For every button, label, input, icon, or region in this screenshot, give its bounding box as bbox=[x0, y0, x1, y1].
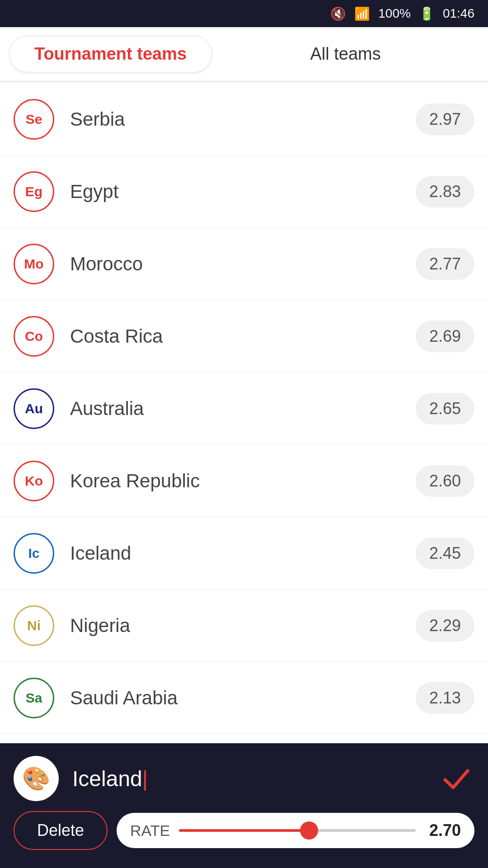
team-avatar: Se bbox=[14, 99, 54, 140]
team-name: Saudi Arabia bbox=[70, 687, 416, 709]
team-row[interactable]: SaSaudi Arabia2.13 bbox=[0, 662, 488, 734]
tab-all-teams[interactable]: All teams bbox=[212, 44, 479, 64]
rate-slider-fill bbox=[179, 829, 309, 832]
team-rate: 2.65 bbox=[416, 393, 474, 425]
palette-icon: 🎨 bbox=[14, 756, 59, 801]
team-row[interactable]: NiNigeria2.29 bbox=[0, 590, 488, 662]
team-avatar: Sa bbox=[14, 678, 54, 718]
team-name: Nigeria bbox=[70, 615, 416, 637]
team-name: Korea Republic bbox=[70, 470, 416, 492]
time-display: 01:46 bbox=[443, 6, 474, 21]
teams-list: SeSerbia2.97EgEgypt2.83MoMorocco2.77CoCo… bbox=[0, 83, 488, 807]
team-rate: 2.77 bbox=[416, 248, 474, 280]
team-name: Serbia bbox=[70, 108, 416, 130]
team-name: Morocco bbox=[70, 253, 416, 275]
team-row[interactable]: IcIceland2.45 bbox=[0, 517, 488, 590]
team-avatar: Mo bbox=[14, 244, 54, 284]
team-avatar: Ko bbox=[14, 461, 54, 501]
team-row[interactable]: EgEgypt2.83 bbox=[0, 156, 488, 228]
team-avatar: Ni bbox=[14, 605, 54, 646]
tab-tournament-teams[interactable]: Tournament teams bbox=[9, 36, 212, 72]
bottom-bottom-row: Delete RATE 2.70 bbox=[14, 811, 474, 850]
team-rate: 2.69 bbox=[416, 321, 474, 352]
rate-label: RATE bbox=[130, 822, 170, 840]
team-avatar: Au bbox=[14, 388, 54, 429]
rate-slider-thumb[interactable] bbox=[300, 821, 318, 840]
team-name: Costa Rica bbox=[70, 326, 416, 347]
team-avatar: Co bbox=[14, 316, 54, 357]
team-avatar: Eg bbox=[14, 171, 54, 212]
battery-icon: 🔋 bbox=[419, 6, 435, 21]
rate-container: RATE 2.70 bbox=[117, 813, 474, 848]
confirm-button[interactable] bbox=[438, 760, 474, 797]
cursor: | bbox=[142, 766, 148, 791]
team-rate: 2.29 bbox=[416, 610, 474, 642]
team-rate: 2.13 bbox=[416, 682, 474, 714]
team-name: Egypt bbox=[70, 181, 416, 203]
team-row[interactable]: KoKorea Republic2.60 bbox=[0, 445, 488, 517]
delete-button[interactable]: Delete bbox=[14, 811, 108, 850]
bottom-top-row: 🎨 Iceland| bbox=[14, 756, 474, 801]
status-bar: 🔇 📶 100% 🔋 01:46 bbox=[0, 0, 488, 27]
selected-team-name: Iceland bbox=[72, 766, 142, 791]
rate-slider[interactable] bbox=[179, 829, 416, 832]
rate-value: 2.70 bbox=[425, 821, 461, 840]
team-row[interactable]: CoCosta Rica2.69 bbox=[0, 300, 488, 373]
bottom-bar: 🎨 Iceland| Delete RATE 2.70 bbox=[0, 743, 488, 868]
team-row[interactable]: MoMorocco2.77 bbox=[0, 228, 488, 300]
mute-icon: 🔇 bbox=[330, 6, 346, 21]
team-rate: 2.83 bbox=[416, 176, 474, 208]
team-rate: 2.45 bbox=[416, 538, 474, 569]
wifi-icon: 📶 bbox=[354, 6, 370, 21]
team-name: Iceland bbox=[70, 542, 416, 564]
tab-bar: Tournament teams All teams bbox=[0, 27, 488, 81]
team-name: Australia bbox=[70, 398, 416, 420]
team-rate: 2.97 bbox=[416, 104, 474, 135]
team-row[interactable]: SeSerbia2.97 bbox=[0, 83, 488, 156]
battery-text: 100% bbox=[378, 6, 411, 21]
team-rate: 2.60 bbox=[416, 465, 474, 497]
team-row[interactable]: AuAustralia2.65 bbox=[0, 373, 488, 445]
team-avatar: Ic bbox=[14, 533, 54, 574]
